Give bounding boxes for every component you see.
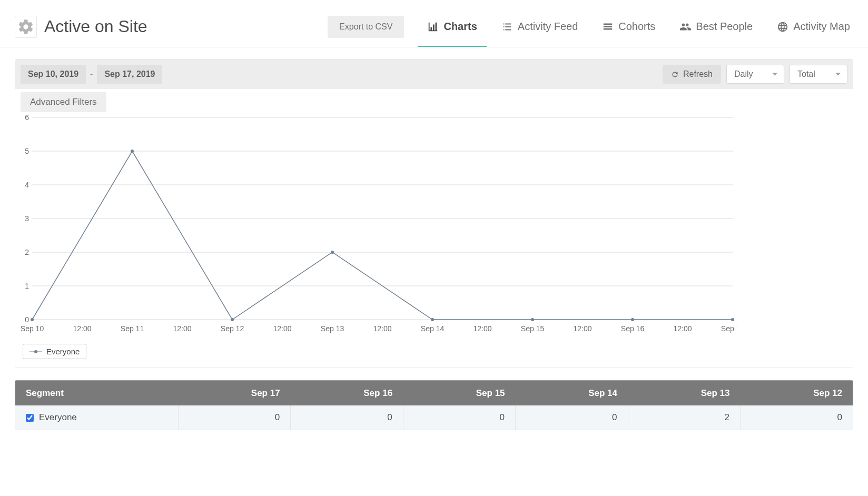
header: Active on Site Export to CSV ChartsActiv… [0, 0, 868, 47]
svg-point-36 [731, 318, 734, 321]
title-wrap: Active on Site [15, 16, 147, 38]
nav-tabs: Export to CSV ChartsActivity FeedCohorts… [328, 6, 853, 47]
value-cell: 2 [628, 405, 740, 430]
svg-text:1: 1 [25, 282, 29, 290]
svg-text:Sep 13: Sep 13 [321, 324, 344, 333]
svg-text:3: 3 [25, 214, 29, 223]
date-range-separator: - [90, 70, 93, 79]
table-header-date: Sep 14 [516, 381, 628, 405]
svg-text:6: 6 [25, 113, 29, 122]
svg-text:Sep 11: Sep 11 [121, 324, 144, 333]
tab-label: Best People [696, 21, 753, 33]
aggregation-select[interactable]: Total [790, 65, 847, 84]
svg-text:Sep 16: Sep 16 [621, 324, 645, 333]
line-chart: 0123456Sep 1012:00Sep 1112:00Sep 1212:00… [21, 112, 839, 341]
svg-text:0: 0 [25, 315, 29, 324]
tab-charts[interactable]: Charts [424, 6, 480, 47]
tab-activity-map[interactable]: Activity Map [774, 6, 853, 47]
table-header-date: Sep 16 [291, 381, 403, 405]
tab-cohorts[interactable]: Cohorts [599, 6, 658, 47]
tab-activity-feed[interactable]: Activity Feed [498, 6, 581, 47]
svg-text:12:00: 12:00 [173, 324, 191, 333]
svg-point-29 [31, 318, 34, 321]
svg-text:12:00: 12:00 [373, 324, 391, 333]
segment-cell: Everyone [15, 405, 178, 430]
chart-panel: Sep 10, 2019 - Sep 17, 2019 Refresh Dail… [15, 59, 853, 368]
chart-svg: 0123456Sep 1012:00Sep 1112:00Sep 1212:00… [21, 112, 737, 339]
tab-label: Activity Feed [518, 21, 578, 33]
svg-point-32 [331, 251, 334, 254]
segment-table: SegmentSep 17Sep 16Sep 15Sep 14Sep 13Sep… [15, 380, 853, 430]
legend-series-label: Everyone [46, 347, 80, 356]
svg-text:Sep 14: Sep 14 [421, 324, 445, 333]
svg-text:4: 4 [25, 181, 29, 189]
legend-marker-icon [29, 351, 42, 352]
advanced-filters-button[interactable]: Advanced Filters [21, 92, 106, 112]
tab-best-people[interactable]: Best People [676, 6, 756, 47]
export-csv-button[interactable]: Export to CSV [328, 16, 404, 38]
date-end-button[interactable]: Sep 17, 2019 [97, 65, 162, 84]
svg-point-33 [431, 318, 434, 321]
svg-text:12:00: 12:00 [273, 324, 291, 333]
refresh-icon [671, 71, 679, 78]
svg-text:2: 2 [25, 248, 29, 256]
gear-icon [15, 16, 37, 38]
table-row: Everyone000020 [15, 405, 853, 430]
granularity-select[interactable]: Daily [726, 65, 784, 84]
tab-label: Activity Map [793, 21, 850, 33]
value-cell: 0 [403, 405, 515, 430]
svg-text:Sep 15: Sep 15 [521, 324, 545, 333]
value-cell: 0 [178, 405, 290, 430]
chart-toolbar: Sep 10, 2019 - Sep 17, 2019 Refresh Dail… [15, 59, 853, 89]
svg-text:Sep 10: Sep 10 [21, 324, 44, 333]
segment-name: Everyone [39, 412, 77, 423]
segment-checkbox[interactable] [26, 414, 34, 422]
svg-text:12:00: 12:00 [673, 324, 692, 333]
svg-text:Sep 12: Sep 12 [221, 324, 244, 333]
value-cell: 0 [516, 405, 628, 430]
refresh-button[interactable]: Refresh [663, 65, 721, 84]
chart-area: Advanced Filters 0123456Sep 1012:00Sep 1… [15, 89, 853, 368]
stack-icon [602, 21, 614, 33]
refresh-label: Refresh [683, 70, 713, 79]
tab-label: Charts [443, 21, 477, 33]
svg-point-34 [531, 318, 534, 321]
chart-legend[interactable]: Everyone [23, 344, 86, 359]
date-start-button[interactable]: Sep 10, 2019 [21, 65, 86, 84]
people-icon [679, 21, 691, 33]
svg-point-35 [631, 318, 634, 321]
svg-text:12:00: 12:00 [573, 324, 591, 333]
table-header-segment: Segment [15, 381, 178, 405]
table-header-date: Sep 15 [403, 381, 515, 405]
table-header-date: Sep 17 [178, 381, 290, 405]
bar-chart-icon [427, 21, 439, 33]
value-cell: 0 [740, 405, 853, 430]
list-icon [501, 21, 513, 33]
svg-point-30 [131, 150, 134, 153]
svg-point-31 [231, 318, 234, 321]
page-title: Active on Site [44, 17, 147, 36]
tab-label: Cohorts [618, 21, 655, 33]
svg-text:12:00: 12:00 [73, 324, 91, 333]
value-cell: 0 [291, 405, 403, 430]
globe-icon [777, 21, 788, 33]
table-header-date: Sep 12 [740, 381, 853, 405]
svg-text:Sep 17: Sep 17 [721, 324, 737, 333]
svg-text:5: 5 [25, 147, 29, 155]
table-header-date: Sep 13 [628, 381, 740, 405]
svg-text:12:00: 12:00 [473, 324, 491, 333]
